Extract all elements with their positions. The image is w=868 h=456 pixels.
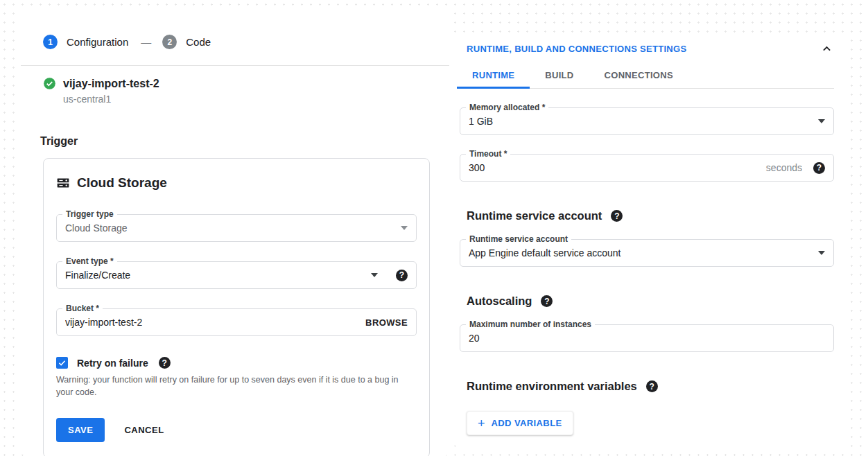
check-circle-icon: [43, 77, 56, 90]
trigger-card-title: Cloud Storage: [77, 175, 167, 191]
timeout-help-icon[interactable]: ?: [813, 162, 825, 174]
step-2-label[interactable]: Code: [186, 36, 211, 48]
settings-panel: RUNTIME, BUILD AND CONNECTIONS SETTINGS …: [454, 33, 848, 448]
autoscaling-heading: Autoscaling: [467, 295, 532, 308]
event-type-select[interactable]: Event type * Finalize/Create ?: [56, 261, 417, 289]
memory-allocated-value: 1 GiB: [469, 116, 818, 127]
plus-icon: +: [478, 419, 485, 428]
cloud-storage-bucket-icon: [56, 176, 70, 190]
bucket-field: Bucket * BROWSE: [56, 308, 417, 336]
tab-build[interactable]: BUILD: [530, 64, 589, 88]
browse-button[interactable]: BROWSE: [365, 317, 408, 328]
env-variables-heading: Runtime environment variables: [467, 380, 637, 393]
tab-runtime[interactable]: RUNTIME: [457, 64, 530, 88]
env-variables-help-icon[interactable]: ?: [646, 380, 658, 392]
chevron-down-icon: [818, 251, 825, 255]
step-1-badge[interactable]: 1: [43, 35, 58, 49]
runtime-service-account-label: Runtime service account: [466, 234, 571, 244]
max-instances-field: Maximum number of instances: [460, 324, 834, 352]
memory-allocated-label: Memory allocated *: [466, 103, 548, 112]
trigger-type-value: Cloud Storage: [65, 222, 401, 234]
configuration-panel: 1 Configuration — 2 Code vijay-import-te…: [21, 6, 449, 456]
service-account-help-icon[interactable]: ?: [611, 210, 623, 222]
memory-allocated-select[interactable]: Memory allocated * 1 GiB: [460, 107, 834, 135]
chevron-down-icon: [818, 119, 825, 123]
stepper-divider: [21, 65, 449, 66]
chevron-up-icon[interactable]: [821, 43, 833, 55]
event-type-value: Finalize/Create: [65, 270, 371, 281]
add-variable-label: ADD VARIABLE: [492, 418, 562, 428]
timeout-field: Timeout * seconds ?: [460, 154, 834, 182]
step-separator: —: [141, 36, 151, 48]
tab-connections[interactable]: CONNECTIONS: [589, 64, 688, 88]
event-type-help-icon[interactable]: ?: [396, 270, 408, 281]
max-instances-input[interactable]: [469, 333, 825, 344]
timeout-unit: seconds: [766, 162, 802, 173]
retry-label: Retry on failure: [77, 358, 148, 369]
chevron-down-icon: [401, 226, 408, 230]
step-1-label[interactable]: Configuration: [67, 36, 128, 48]
settings-tabs: RUNTIME BUILD CONNECTIONS: [457, 64, 834, 89]
chevron-down-icon: [371, 273, 378, 277]
function-name: vijay-import-test-2: [63, 78, 159, 90]
retry-checkbox[interactable]: [56, 357, 68, 369]
wizard-stepper: 1 Configuration — 2 Code: [43, 35, 449, 49]
event-type-label: Event type *: [62, 256, 117, 266]
trigger-type-label: Trigger type: [62, 209, 117, 219]
cancel-button[interactable]: CANCEL: [124, 425, 164, 435]
save-button[interactable]: SAVE: [56, 418, 105, 442]
trigger-section-title: Trigger: [40, 135, 449, 148]
function-region: us-central1: [63, 94, 449, 105]
timeout-label: Timeout *: [466, 149, 510, 159]
runtime-service-account-value: App Engine default service account: [469, 247, 818, 258]
add-variable-button[interactable]: + ADD VARIABLE: [467, 411, 573, 435]
runtime-service-account-heading: Runtime service account: [467, 209, 602, 222]
settings-section-toggle[interactable]: RUNTIME, BUILD AND CONNECTIONS SETTINGS: [467, 44, 686, 54]
max-instances-label: Maximum number of instances: [466, 319, 595, 329]
autoscaling-help-icon[interactable]: ?: [541, 295, 553, 307]
retry-warning-text: Warning: your function will retry on fai…: [56, 374, 417, 398]
step-2-badge[interactable]: 2: [162, 35, 177, 49]
retry-help-icon[interactable]: ?: [159, 357, 171, 369]
trigger-card: Cloud Storage Trigger type Cloud Storage…: [43, 158, 430, 456]
runtime-service-account-select[interactable]: Runtime service account App Engine defau…: [460, 239, 834, 267]
timeout-input[interactable]: [469, 162, 766, 173]
bucket-input[interactable]: [65, 317, 365, 328]
trigger-type-select[interactable]: Trigger type Cloud Storage: [56, 214, 417, 242]
bucket-label: Bucket *: [62, 304, 103, 313]
